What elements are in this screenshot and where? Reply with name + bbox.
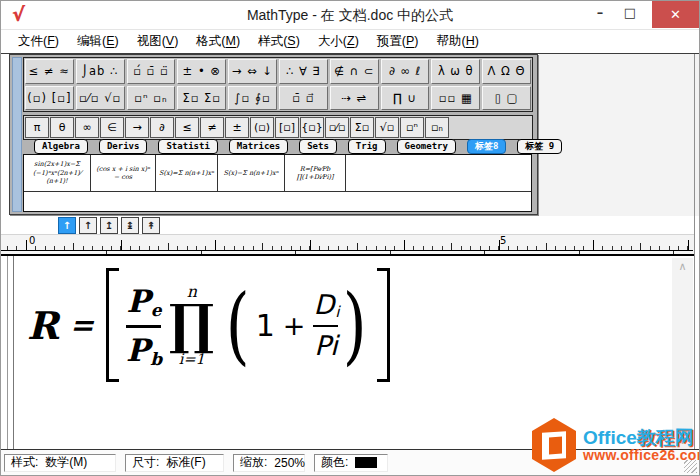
expression-thumbnail[interactable]: S(x)−Σ n(n+1)xⁿ [218,155,285,191]
left-square-bracket [106,268,119,382]
insert-mode-button-1[interactable]: ↑ [58,217,76,234]
tab-derivs[interactable]: Derivs [99,139,148,154]
insertion-toolbar: ↑ ↑ ↥ ↨ ↟ [1,216,695,234]
close-button[interactable]: ✕ [652,1,699,28]
insert-mode-button-3[interactable]: ↥ [100,217,118,234]
inner-numerator: D [313,289,334,320]
small-pi-button[interactable]: π [25,117,49,138]
menu-preferences[interactable]: 预置(P) [368,33,428,50]
small-fraction-button[interactable]: ▫⁄▫ [325,117,349,138]
equation[interactable]: R = P e P b n ∏ i=1 ( 1 + [27,266,390,384]
palette-spacing[interactable]: ⌡ab ∴ [76,59,125,84]
numerator-subscript: e [151,300,162,320]
palette-logic[interactable]: ∴ ∀ ∃ [279,59,328,84]
palette-row-2: (▫) [▫] ▫⁄▫ √▫ ▫ⁿ ▫ₙ Σ▫ Σ▫ ∫▫ ∮▫ ▫̄ ▫⃗ ⇢… [24,85,532,112]
status-size-label: 尺寸: [132,454,159,471]
palette-subscripts-superscripts[interactable]: ▫ⁿ ▫ₙ [127,86,176,111]
menu-format[interactable]: 格式(M) [187,33,249,50]
small-brackets-button[interactable]: [▫] [275,117,299,138]
watermark: Office教程网 www.office26.com [529,416,697,474]
tab-trig[interactable]: Trig [348,139,386,154]
insert-mode-button-2[interactable]: ↑ [79,217,97,234]
small-radical-button[interactable]: √▫ [375,117,399,138]
titlebar: √ MathType - 在 文档.doc 中的公式 – □ ✕ [1,1,699,29]
menu-help[interactable]: 帮助(H) [427,33,487,50]
status-zoom-field[interactable]: 缩放: 250% [233,454,305,472]
palette-fractions-radicals[interactable]: ▫⁄▫ √▫ [76,86,125,111]
office-logo-icon [529,418,579,472]
mathtype-window: √ MathType - 在 文档.doc 中的公式 – □ ✕ 文件(F) 编… [0,0,700,476]
palette-relational[interactable]: ≤ ≠ ≈ [25,59,74,84]
status-size-field[interactable]: 尺寸: 标准(F) [125,454,224,472]
status-style-field[interactable]: 样式: 数学(M) [4,454,116,472]
palette-overbars[interactable]: ▫̄ ▫⃗ [279,86,328,111]
small-braces-button[interactable]: {▫} [300,117,324,138]
palette-operators[interactable]: ± • ⊗ [177,59,226,84]
status-style-value: 数学(M) [45,454,87,471]
status-color-field[interactable]: 颜色: [314,454,388,472]
small-plusminus-button[interactable]: ± [225,117,249,138]
expression-thumbnail[interactable]: R=[Pe⁄Pb ∏(1+Di⁄Pi)] [285,155,346,191]
small-theta-button[interactable]: θ [50,117,74,138]
menu-style[interactable]: 样式(S) [249,33,309,50]
small-leq-button[interactable]: ≤ [175,117,199,138]
small-subscript-button[interactable]: ▫ₙ [425,117,449,138]
ruler-label-0: 0 [29,235,35,246]
small-sum-button[interactable]: Σ▫ [350,117,374,138]
expression-thumbnail[interactable]: S(x)=Σ n(n+1)xⁿ [156,155,218,191]
scroll-up-icon[interactable]: ∧ [672,260,693,273]
menu-edit[interactable]: 编辑(E) [68,33,128,50]
palette-arrows[interactable]: → ⇔ ↓ [228,59,277,84]
tab-matrices[interactable]: Matrices [229,139,288,154]
small-element-of-button[interactable]: ∈ [100,117,124,138]
expression-thumbnail[interactable]: sin(2x+1)x−Σ (−1)ⁿxⁿ(2n+1)⁄(n+1)! [24,155,91,191]
status-size-value: 标准(F) [166,454,205,471]
palette-products-unions[interactable]: ∏ ∪ [381,86,430,111]
palette-sets[interactable]: ∉ ∩ ⊂ [330,59,379,84]
insert-mode-button-5[interactable]: ↟ [142,217,160,234]
small-neq-button[interactable]: ≠ [200,117,224,138]
palette-integrals[interactable]: ∫▫ ∮▫ [228,86,277,111]
toolbar-drag-handle[interactable] [12,57,22,212]
tab-custom-8[interactable]: 标签8 [467,139,506,154]
palette-greek-lower[interactable]: λ ω θ [431,59,480,84]
tab-custom-9[interactable]: 标签 9 [517,139,562,154]
status-zoom-value: 250% [274,456,305,470]
palette-embellishments[interactable]: ▫́ ▫̄ ▫̈ [127,59,176,84]
small-infinity-button[interactable]: ∞ [75,117,99,138]
tab-geometry[interactable]: Geometry [397,139,456,154]
maximize-button[interactable]: □ [621,5,639,23]
tab-statistics[interactable]: Statisti [158,139,217,154]
tab-sets[interactable]: Sets [299,139,337,154]
product-operator: n ∏ i=1 [169,284,214,366]
palette-summations[interactable]: Σ▫ Σ▫ [177,86,226,111]
insert-mode-button-4[interactable]: ↨ [121,217,139,234]
small-partial-button[interactable]: ∂ [150,117,174,138]
expression-thumbnail[interactable]: (cos x + i sin x)ⁿ − cos [91,155,156,191]
palette-tabs: Algebra Derivs Statisti Matrices Sets Tr… [34,139,533,153]
menu-view[interactable]: 视图(V) [128,33,188,50]
small-arrow-button[interactable]: → [125,117,149,138]
palette-misc-symbols[interactable]: ∂ ∞ ℓ [381,59,430,84]
palette-boxes[interactable]: ▯ ▢ [482,86,531,111]
palette-greek-upper[interactable]: Λ Ω Θ [482,59,531,84]
menu-file[interactable]: 文件(F) [9,33,68,50]
tab-algebra[interactable]: Algebra [34,139,88,154]
palette-fences[interactable]: (▫) [▫] [25,86,74,111]
small-superscript-button[interactable]: ▫ⁿ [400,117,424,138]
small-parens-button[interactable]: (▫) [250,117,274,138]
right-square-bracket [377,268,390,382]
minimize-button[interactable]: – [591,5,609,23]
palette-labeled-arrows[interactable]: ⇢ ⇌ [330,86,379,111]
right-parenthesis: ) [343,285,367,366]
status-color-label: 颜色: [321,454,348,471]
toolbar-block: ≤ ≠ ≈ ⌡ab ∴ ▫́ ▫̄ ▫̈ ± • ⊗ → ⇔ ↓ ∴ ∀ ∃ ∉… [9,54,538,215]
menubar: 文件(F) 编辑(E) 视图(V) 格式(M) 样式(S) 大小(Z) 预置(P… [1,29,699,54]
fraction-denominator: P [126,332,149,368]
left-margin-line [7,256,14,450]
ruler[interactable]: 0 5 [1,234,695,255]
menu-size[interactable]: 大小(Z) [309,33,368,50]
palette-matrices[interactable]: ▫▫ ▦ [431,86,480,111]
expression-row: sin(2x+1)x−Σ (−1)ⁿxⁿ(2n+1)⁄(n+1)! (cos x… [24,155,531,192]
ruler-scale: 0 5 [1,237,693,251]
